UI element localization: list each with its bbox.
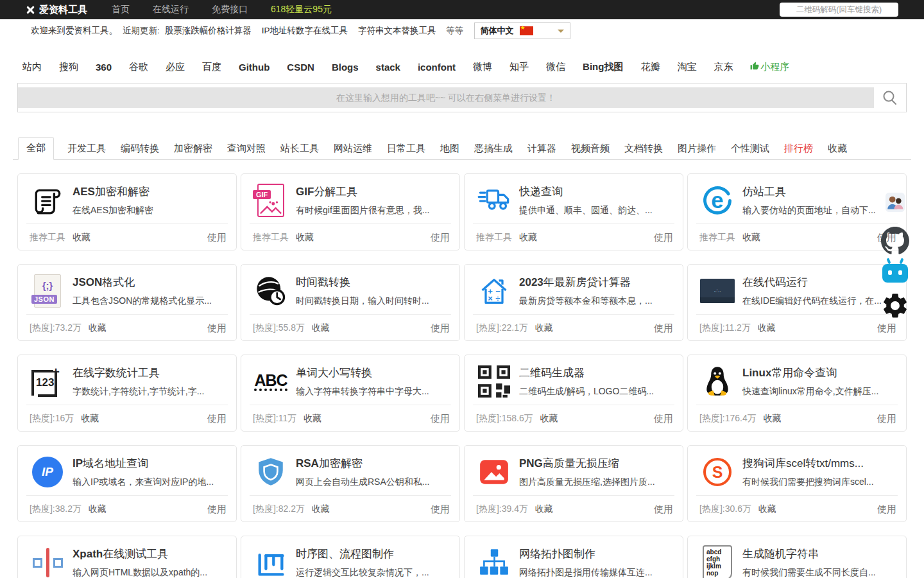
favorite-button[interactable]: 收藏 <box>312 322 330 333</box>
tab-站长工具[interactable]: 站长工具 <box>279 139 320 160</box>
tab-开发工具[interactable]: 开发工具 <box>66 139 107 160</box>
tool-card[interactable]: ABC 单词大小写转换 输入字符串转换字符串中字母大... [热度]:11万 收… <box>241 355 460 432</box>
tab-个性测试[interactable]: 个性测试 <box>730 139 771 160</box>
use-button[interactable]: 使用 <box>431 413 450 425</box>
tab-加密解密[interactable]: 加密解密 <box>173 139 214 160</box>
tool-card[interactable]: RSA加密解密 网页上会自动生成RSA公钥和私... [热度]:82.2万 收藏… <box>241 445 460 522</box>
tool-card[interactable]: 123+ 在线字数统计工具 字数统计,字符统计,字节统计,字... [热度]:1… <box>17 355 237 432</box>
language-select[interactable]: 简体中文 ★ <box>474 22 570 39</box>
use-button[interactable]: 使用 <box>877 322 896 335</box>
github-icon[interactable] <box>881 227 909 258</box>
tool-card[interactable]: IP IP域名地址查询 输入IP或域名，来查询对应IP的地... [热度]:38… <box>17 445 237 522</box>
use-button[interactable]: 使用 <box>654 413 673 425</box>
engine-link[interactable]: 站内 <box>22 61 42 73</box>
engine-link[interactable]: Bing找图 <box>583 61 623 73</box>
use-button[interactable]: 使用 <box>431 232 450 244</box>
favorite-button[interactable]: 收藏 <box>73 232 90 242</box>
use-button[interactable]: 使用 <box>877 504 896 516</box>
service-avatar-icon[interactable] <box>886 193 905 215</box>
engine-link[interactable]: Github <box>239 62 270 73</box>
tool-card[interactable]: S 搜狗词库scel转txt/mms... 有时候我们需要把搜狗词库scel..… <box>687 445 907 522</box>
favorite-button[interactable]: 收藏 <box>758 504 776 514</box>
use-button[interactable]: 使用 <box>431 322 450 335</box>
bilibili-icon[interactable] <box>882 264 908 283</box>
tool-card[interactable]: {;}JSON JSON格式化 工具包含JSON的常规格式化显示... [热度]… <box>17 264 237 341</box>
use-button[interactable]: 使用 <box>654 232 673 244</box>
favorite-button[interactable]: 收藏 <box>764 413 782 423</box>
favorite-button[interactable]: 收藏 <box>758 322 776 333</box>
engine-link[interactable]: 微信 <box>546 61 565 73</box>
favorite-button[interactable]: 收藏 <box>89 504 107 514</box>
tab-文档转换[interactable]: 文档转换 <box>623 139 664 160</box>
recent-update-link[interactable]: 字符串文本替换工具 <box>358 26 436 35</box>
tab-计算器[interactable]: 计算器 <box>526 139 558 160</box>
favorite-button[interactable]: 收藏 <box>304 413 321 423</box>
tab-收藏[interactable]: 收藏 <box>826 139 848 160</box>
tab-查询对照[interactable]: 查询对照 <box>226 139 267 160</box>
topbar-search-input[interactable] <box>780 3 898 17</box>
tool-card[interactable]: 快递查询 提供申通、顺丰、圆通、韵达、... 推荐工具 收藏 使用 <box>464 173 683 250</box>
engine-link[interactable]: 小程序 <box>750 61 789 73</box>
tool-card[interactable]: Linux常用命令查询 快速查询linux常用命令,文件解压... [热度]:1… <box>687 355 907 432</box>
tool-card[interactable]: 时序图、流程图制作 运行逻辑交互比较复杂情况下，... <box>241 536 460 578</box>
tab-恶搞生成[interactable]: 恶搞生成 <box>473 139 514 160</box>
site-logo[interactable]: 爱资料工具 <box>26 4 87 16</box>
favorite-button[interactable]: 收藏 <box>312 504 330 514</box>
engine-link[interactable]: Blogs <box>332 62 359 73</box>
engine-link[interactable]: 谷歌 <box>129 61 148 73</box>
tool-card[interactable]: abcdefghijklmnop 生成随机字符串 有时候我们需要生成不同长度自.… <box>687 536 907 578</box>
favorite-button[interactable]: 收藏 <box>742 232 760 242</box>
favorite-button[interactable]: 收藏 <box>81 413 99 423</box>
use-button[interactable]: 使用 <box>877 413 896 425</box>
use-button[interactable]: 使用 <box>207 504 227 516</box>
tool-card[interactable]: 时间戳转换 时间戳转换日期，输入时间转时... [热度]:55.8万 收藏 使用 <box>241 264 460 341</box>
tab-图片操作[interactable]: 图片操作 <box>676 139 717 160</box>
engine-link[interactable]: 京东 <box>714 61 733 73</box>
recent-update-link[interactable]: 股票涨跌幅价格计算器 <box>165 26 252 35</box>
favorite-button[interactable]: 收藏 <box>535 504 553 514</box>
recent-update-link[interactable]: IP地址转数字在线工具 <box>262 26 348 35</box>
engine-link[interactable]: CSDN <box>287 62 314 73</box>
use-button[interactable]: 使用 <box>207 232 227 244</box>
tool-card[interactable]: e 仿站工具 输入要仿站的页面地址，自动下... 推荐工具 收藏 使用 <box>687 173 907 250</box>
search-button[interactable] <box>874 87 906 108</box>
tab-网站运维[interactable]: 网站运维 <box>332 139 373 160</box>
tool-card[interactable]: Xpath在线测试工具 输入网页HTML数据以及xpath的... <box>17 536 237 578</box>
promo-link[interactable]: 618轻量云95元 <box>271 4 332 15</box>
top-nav-link[interactable]: 首页 <box>112 4 130 15</box>
engine-link[interactable]: 微博 <box>473 61 492 73</box>
engine-link[interactable]: 必应 <box>166 61 185 73</box>
tab-日常工具[interactable]: 日常工具 <box>386 139 427 160</box>
engine-link[interactable]: 花瓣 <box>640 61 660 73</box>
engine-link[interactable]: stack <box>376 62 400 73</box>
tab-排行榜[interactable]: 排行榜 <box>783 139 814 160</box>
favorite-button[interactable]: 收藏 <box>89 322 107 333</box>
favorite-button[interactable]: 收藏 <box>540 413 558 423</box>
favorite-button[interactable]: 收藏 <box>535 322 553 333</box>
tool-card[interactable]: PNG高质量无损压缩 图片高质量无损压缩,选择图片质... [热度]:39.4万… <box>464 445 683 522</box>
engine-link[interactable]: 搜狗 <box>59 61 78 73</box>
engine-link[interactable]: 360 <box>96 62 112 73</box>
top-nav-link[interactable]: 免费接口 <box>212 4 248 15</box>
engine-link[interactable]: 淘宝 <box>677 61 696 73</box>
tool-card[interactable]: 二维码生成器 二维码生成/解码，LOGO二维码... [热度]:158.6万 收… <box>464 355 683 432</box>
use-button[interactable]: 使用 <box>207 413 227 425</box>
favorite-button[interactable]: 收藏 <box>296 232 314 242</box>
tab-地图[interactable]: 地图 <box>439 139 461 160</box>
use-button[interactable]: 使用 <box>654 322 673 335</box>
tool-card[interactable]: +−×÷ 2023年最新房贷计算器 最新房贷等额本金和等额本息，... [热度]… <box>464 264 683 341</box>
tool-search-input[interactable] <box>18 87 874 108</box>
tab-编码转换[interactable]: 编码转换 <box>119 139 160 160</box>
top-nav-link[interactable]: 在线运行 <box>153 4 189 15</box>
tool-card[interactable]: ·∴· 在线代码运行 在线IDE编辑好代码在线运行，在... [热度]:11.2… <box>687 264 907 341</box>
use-button[interactable]: 使用 <box>654 504 673 516</box>
settings-gear-icon[interactable] <box>880 291 910 323</box>
favorite-button[interactable]: 收藏 <box>519 232 537 242</box>
tool-card[interactable]: AES加密和解密 在线AES加密和解密 推荐工具 收藏 使用 <box>17 173 237 250</box>
tool-card[interactable]: 网络拓扑图制作 网络拓扑图是指用传输媒体互连... <box>464 536 683 578</box>
engine-link[interactable]: 知乎 <box>509 61 529 73</box>
engine-link[interactable]: 百度 <box>202 61 221 73</box>
tab-全部[interactable]: 全部 <box>18 137 54 160</box>
tool-card[interactable]: GIF GIF分解工具 有时候gif里面图片很有意思，我... 推荐工具 收藏 … <box>241 173 460 250</box>
use-button[interactable]: 使用 <box>431 504 450 516</box>
